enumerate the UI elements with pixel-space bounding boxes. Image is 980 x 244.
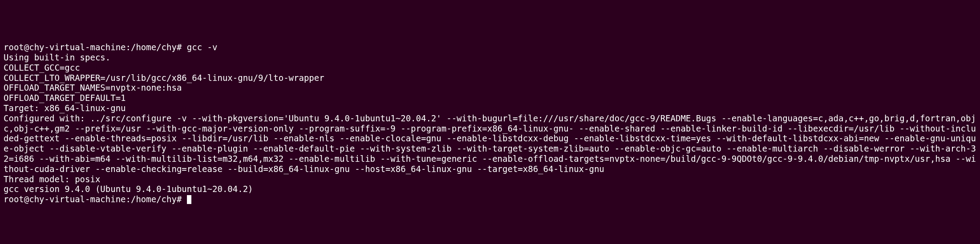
terminal-output[interactable]: root@chy-virtual-machine:/home/chy# gcc … — [4, 42, 976, 204]
shell-prompt: root@chy-virtual-machine:/home/chy# — [4, 42, 187, 52]
output-line: Configured with: ../src/configure -v --w… — [4, 113, 976, 174]
output-line: Target: x86_64-linux-gnu — [4, 103, 976, 113]
prompt-line-1: root@chy-virtual-machine:/home/chy# gcc … — [4, 42, 976, 52]
command-text: gcc -v — [187, 42, 218, 52]
cursor-icon — [187, 195, 191, 204]
output-line: OFFLOAD_TARGET_DEFAULT=1 — [4, 93, 976, 103]
output-line: gcc version 9.4.0 (Ubuntu 9.4.0-1ubuntu1… — [4, 184, 976, 194]
shell-prompt: root@chy-virtual-machine:/home/chy# — [4, 194, 187, 204]
output-line: Using built-in specs. — [4, 52, 976, 63]
output-line: Thread model: posix — [4, 174, 976, 184]
output-line: COLLECT_GCC=gcc — [4, 63, 976, 73]
output-line: OFFLOAD_TARGET_NAMES=nvptx-none:hsa — [4, 83, 976, 93]
output-line: COLLECT_LTO_WRAPPER=/usr/lib/gcc/x86_64-… — [4, 73, 976, 83]
prompt-line-2: root@chy-virtual-machine:/home/chy# — [4, 194, 976, 204]
